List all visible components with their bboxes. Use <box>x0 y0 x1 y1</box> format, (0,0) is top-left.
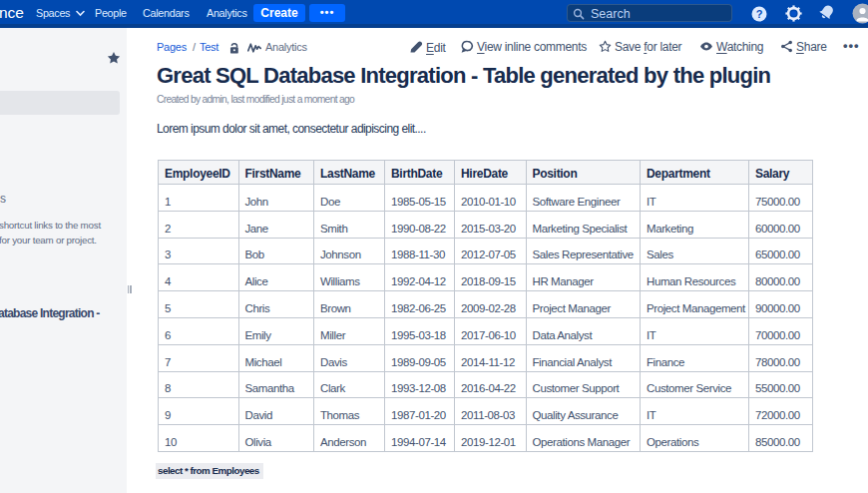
svg-text:?: ? <box>756 8 763 20</box>
